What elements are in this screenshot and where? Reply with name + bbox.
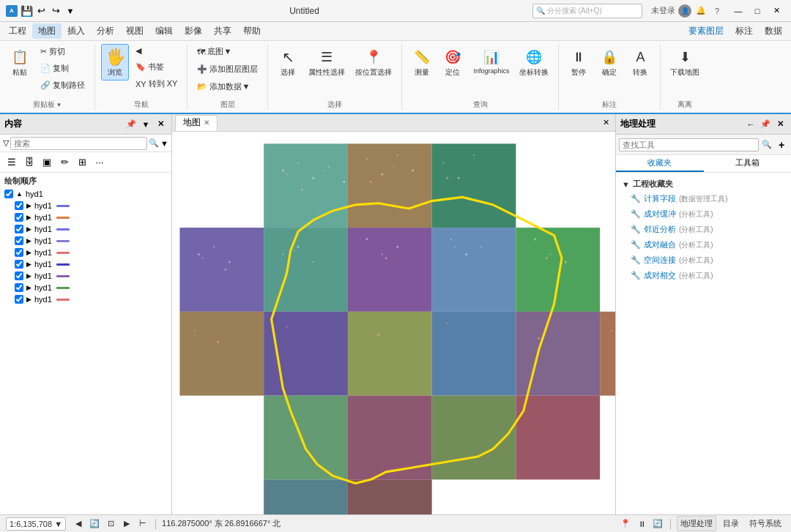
map-window-close[interactable]: ✕ (599, 116, 612, 130)
cut-button[interactable]: ✂ 剪切 (37, 44, 89, 59)
menu-map[interactable]: 地图 (32, 23, 62, 39)
nav-full-extent[interactable]: ⊡ (104, 517, 117, 531)
geopanel-pin-icon[interactable]: 📌 (759, 118, 772, 131)
basemap-button[interactable]: 🗺 底图▼ (193, 44, 261, 59)
layer-checkbox[interactable] (15, 201, 23, 210)
download-map-button[interactable]: ⬇ 下载地图 (666, 44, 703, 80)
panel-close-icon[interactable]: ✕ (154, 118, 167, 131)
status-refresh-icon[interactable]: 🔄 (651, 517, 664, 531)
menu-imagery[interactable]: 影像 (179, 23, 208, 39)
layer-select-icon[interactable]: ▣ (40, 155, 54, 170)
map-canvas[interactable] (172, 132, 615, 514)
search-submit-icon[interactable]: 🔍 (149, 138, 159, 148)
nav-forward[interactable]: ▶ (120, 517, 133, 531)
layer-checkbox[interactable] (15, 236, 23, 245)
layer-checkbox[interactable] (15, 271, 23, 280)
layer-checkbox[interactable] (15, 295, 23, 304)
tool-add-icon[interactable]: + (775, 138, 788, 151)
map-tab[interactable]: 地图 ✕ (175, 115, 218, 131)
layer-checkbox[interactable] (4, 190, 13, 198)
nav-go-to[interactable]: ⊢ (136, 517, 149, 531)
menu-edit[interactable]: 编辑 (149, 23, 179, 39)
layer-checkbox[interactable] (15, 248, 23, 257)
bottom-tab-geoprocessing[interactable]: 地理处理 (677, 516, 716, 531)
add-data-button[interactable]: 📂 添加数据▼ (193, 79, 261, 94)
tab-data[interactable]: 数据 (759, 23, 788, 39)
menu-help[interactable]: 帮助 (237, 23, 267, 39)
menu-view[interactable]: 视图 (120, 23, 149, 39)
attr-select-button[interactable]: ☰ 属性性选择 (305, 44, 349, 80)
quick-access-save[interactable]: 💾 (21, 5, 32, 17)
notification-icon[interactable]: 🔔 (694, 4, 708, 18)
coord-transform-button[interactable]: 🌐 坐标转换 (516, 44, 552, 80)
locate-button[interactable]: 🎯 定位 (439, 44, 467, 80)
user-avatar[interactable]: 👤 (678, 4, 691, 18)
infographics-button[interactable]: 📊 Infographics (469, 44, 513, 78)
convert-text-button[interactable]: A 转换 (626, 44, 654, 80)
layer-checkbox[interactable] (15, 225, 23, 233)
tab-labeling[interactable]: 标注 (729, 23, 759, 39)
loc-select-button[interactable]: 📍 按位置选择 (352, 44, 396, 80)
paste-button[interactable]: 📋 粘贴 (6, 44, 34, 80)
quick-access-undo[interactable]: ↩ (35, 5, 47, 17)
layer-list-icon[interactable]: ☰ (4, 155, 19, 170)
tab-toolbox[interactable]: 工具箱 (704, 155, 792, 172)
window-controls[interactable]: — □ ✕ (729, 4, 785, 18)
scale-dropdown-icon[interactable]: ▼ (54, 520, 62, 528)
layer-item[interactable]: ▶ hyd1 (0, 247, 171, 258)
status-progress-icon[interactable]: ⏸ (635, 517, 648, 531)
scale-box[interactable]: 1:6,135,708 ▼ (6, 517, 66, 531)
tool-item[interactable]: 🔧邻近分析(分析工具) (619, 222, 788, 237)
search-clear-icon[interactable]: ▼ (160, 139, 168, 148)
more-icon[interactable]: ··· (92, 155, 107, 170)
expand-icon[interactable]: ▲ (16, 190, 23, 198)
close-button[interactable]: ✕ (768, 4, 785, 18)
panel-pin-icon[interactable]: 📌 (125, 118, 138, 131)
select-button[interactable]: ↖ 选择 (274, 44, 302, 80)
copy-button[interactable]: 📄 复制 (37, 61, 89, 76)
nav-prev-extent[interactable]: ◀ (72, 517, 85, 531)
minimize-button[interactable]: — (729, 4, 747, 18)
copy-path-button[interactable]: 🔗 复制路径 (37, 78, 89, 93)
layer-item[interactable]: ▲ hyd1 (0, 188, 171, 200)
help-icon[interactable]: ? (710, 4, 724, 18)
nav-arrow-left[interactable]: ◀ (132, 44, 181, 58)
menu-insert[interactable]: 插入 (62, 23, 91, 39)
location-icon[interactable]: 📍 (619, 517, 632, 531)
geopanel-close-icon[interactable]: ✕ (773, 118, 787, 131)
tool-item[interactable]: 🔧计算字段(数据管理工具) (619, 191, 788, 206)
bottom-tab-catalog[interactable]: 目录 (719, 516, 743, 531)
menu-share[interactable]: 共享 (208, 23, 237, 39)
tab-feature-layer[interactable]: 要素图层 (683, 23, 729, 39)
contents-search-input[interactable] (10, 137, 147, 150)
draw-icon[interactable]: ✏ (57, 155, 72, 170)
confirm-button[interactable]: 🔒 确定 (595, 44, 623, 80)
bookmark-button[interactable]: 🔖 书签 (132, 59, 181, 75)
layer-item[interactable]: ▶ hyd1 (0, 270, 171, 282)
nav-next-extent[interactable]: 🔄 (88, 517, 101, 531)
goto-xy-button[interactable]: XY 转到 XY (132, 76, 181, 91)
browse-button[interactable]: 🖐 浏览 (101, 44, 129, 80)
tool-search-input[interactable] (619, 138, 759, 151)
pause-button[interactable]: ⏸ 暂停 (565, 44, 593, 80)
tool-item[interactable]: 🔧成对缓冲(分析工具) (619, 206, 788, 222)
layer-item[interactable]: ▶ hyd1 (0, 282, 171, 293)
panel-menu-icon[interactable]: ▼ (139, 118, 152, 131)
layer-item[interactable]: ▶ hyd1 (0, 258, 171, 270)
layer-item[interactable]: ▶ hyd1 (0, 293, 171, 305)
layer-item[interactable]: ▶ hyd1 (0, 235, 171, 247)
layer-checkbox[interactable] (15, 213, 23, 222)
db-icon[interactable]: 🗄 (22, 155, 37, 170)
add-layer-button[interactable]: ➕ 添加图层图层 (193, 61, 261, 77)
grid-icon[interactable]: ⊞ (75, 155, 89, 170)
map-tab-close[interactable]: ✕ (204, 119, 209, 127)
bottom-tab-symbols[interactable]: 符号系统 (746, 516, 785, 531)
layer-item[interactable]: ▶ hyd1 (0, 223, 171, 235)
back-icon[interactable]: ← (744, 118, 757, 131)
layer-checkbox[interactable] (15, 260, 23, 269)
tool-item[interactable]: 🔧空间连接(分析工具) (619, 252, 788, 268)
maximize-button[interactable]: □ (749, 4, 766, 18)
menu-project[interactable]: 工程 (3, 23, 32, 39)
measure-button[interactable]: 📏 测量 (408, 44, 436, 80)
layer-checkbox[interactable] (15, 283, 23, 292)
